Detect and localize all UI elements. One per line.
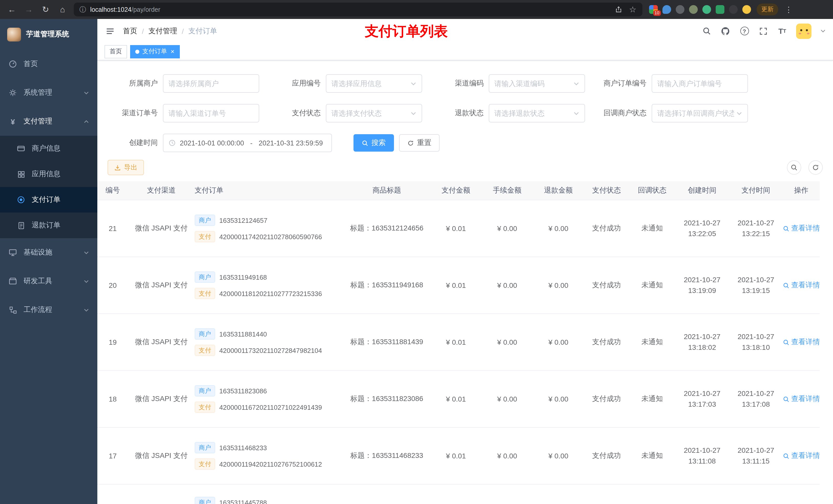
merchant-input[interactable] [163, 74, 259, 93]
view-detail-link[interactable]: 查看详情 [783, 394, 820, 404]
refresh-icon[interactable] [808, 160, 823, 175]
tab-pay-order[interactable]: 支付订单 × [130, 45, 180, 58]
target-icon [16, 196, 26, 204]
bookmark-star-icon[interactable]: ☆ [628, 5, 637, 14]
dashboard-icon [8, 60, 18, 68]
pay-status-select[interactable] [326, 104, 422, 122]
merchant-input-field[interactable] [169, 79, 254, 88]
avatar-dropdown-icon[interactable] [820, 28, 826, 34]
extension-icon[interactable] [742, 5, 751, 14]
app-no-select[interactable] [326, 74, 422, 93]
browser-menu-icon[interactable]: ⋮ [784, 5, 793, 14]
cell-paid: 2021-10-2713:19:15 [729, 274, 783, 296]
cell-created: 2021-10-2713:18:02 [675, 331, 729, 353]
cell-refund: ¥ 0.00 [533, 224, 584, 233]
cell-notify: 未通知 [629, 394, 675, 404]
toggle-search-icon[interactable] [787, 160, 801, 175]
date-separator: - [248, 139, 255, 147]
view-detail-link[interactable]: 查看详情 [783, 338, 820, 347]
help-icon[interactable]: ? [739, 26, 749, 36]
extension-icon[interactable] [662, 5, 671, 14]
forward-icon[interactable]: → [23, 4, 34, 15]
sidebar-item-workflow[interactable]: 工作流程 [0, 295, 97, 324]
cell-title: 标题：1635311881439 [343, 338, 430, 347]
breadcrumb-payment[interactable]: 支付管理 [148, 26, 177, 35]
merchant-tag: 商户 [195, 328, 215, 340]
table-row: 20 微信 JSAPI 支付 商户 1635311949168 支付 42000… [97, 257, 820, 314]
user-avatar[interactable] [796, 23, 811, 39]
search-icon[interactable] [701, 26, 712, 36]
channel-code-select-field[interactable] [494, 79, 571, 88]
sidebar-item-home[interactable]: 首页 [0, 50, 97, 78]
cell-title: 标题：1635312124656 [343, 224, 430, 233]
filter-label: 创建时间 [108, 138, 163, 147]
extension-icon[interactable] [716, 5, 724, 14]
font-size-icon[interactable]: TT [777, 26, 787, 36]
notify-status-select-field[interactable] [657, 109, 734, 117]
back-icon[interactable]: ← [6, 4, 18, 15]
extension-icon[interactable] [703, 5, 711, 14]
search-button[interactable]: 搜索 [354, 134, 394, 152]
refund-status-select[interactable] [489, 104, 585, 122]
create-time-range-picker[interactable]: 2021-10-01 00:00:00 - 2021-10-31 23:59:5… [163, 134, 332, 152]
breadcrumb-home[interactable]: 首页 [123, 26, 137, 35]
cell-refund: ¥ 0.00 [533, 338, 584, 346]
channel-order-no-input[interactable] [163, 104, 259, 122]
grid-icon [16, 170, 26, 178]
view-detail-link[interactable]: 查看详情 [783, 281, 820, 290]
fullscreen-icon[interactable] [758, 26, 768, 36]
view-detail-link[interactable]: 查看详情 [783, 451, 820, 460]
sidebar-item-pay-order[interactable]: 支付订单 [0, 187, 97, 213]
merchant-order-no-input[interactable] [652, 74, 748, 93]
filter-field-merchant: 所属商户 [108, 74, 259, 93]
reset-button[interactable]: 重置 [399, 134, 439, 152]
channel-order-no-input-field[interactable] [169, 109, 254, 117]
pay-status-select-field[interactable] [331, 109, 408, 117]
channel-code-select[interactable] [489, 74, 585, 93]
cell-id: 21 [97, 224, 133, 233]
refund-status-select-field[interactable] [494, 109, 571, 117]
extensions-area: 10 [649, 5, 751, 14]
cell-id: 18 [97, 395, 133, 403]
site-info-icon[interactable]: ⓘ [79, 5, 86, 14]
sidebar-item-refund-order[interactable]: 退款订单 [0, 213, 97, 238]
merchant-order-no: 1635311823086 [219, 387, 267, 394]
filter-field-notify-status: 回调商户状态 [596, 104, 748, 122]
active-dot-icon [135, 49, 139, 53]
sidebar-item-app-info[interactable]: 应用信息 [0, 161, 97, 187]
sidebar-item-dev-tools[interactable]: 研发工具 [0, 267, 97, 295]
page-content: 所属商户 应用编号 渠道编码 [97, 61, 833, 504]
sidebar-item-infrastructure[interactable]: 基础设施 [0, 238, 97, 267]
filter-row-2: 渠道订单号 支付状态 退款状态 [108, 98, 823, 128]
extension-icon[interactable] [689, 5, 698, 14]
hamburger-icon[interactable] [104, 25, 116, 37]
logo-image [7, 27, 21, 41]
extension-icon[interactable]: 10 [649, 5, 658, 14]
app-no-select-field[interactable] [331, 79, 408, 88]
tab-home[interactable]: 首页 [104, 45, 127, 58]
github-icon[interactable] [720, 26, 731, 36]
col-paid: 支付时间 [729, 186, 783, 195]
sidebar-item-system[interactable]: 系统管理 [0, 78, 97, 107]
sidebar-item-payment[interactable]: ¥ 支付管理 [0, 107, 97, 136]
filter-label: 支付状态 [270, 109, 326, 118]
url-bar[interactable]: ⓘ localhost:1024/pay/order ☆ [74, 3, 642, 16]
close-icon[interactable]: × [171, 48, 174, 55]
col-actions: 操作 [783, 186, 820, 195]
merchant-order-no-input-field[interactable] [657, 79, 742, 88]
extension-icon[interactable] [676, 5, 685, 14]
reload-icon[interactable]: ↻ [40, 4, 51, 15]
merchant-tag: 商户 [195, 271, 215, 283]
home-icon[interactable]: ⌂ [57, 4, 68, 15]
extension-icon[interactable] [729, 5, 738, 14]
export-button[interactable]: 导出 [108, 160, 144, 175]
page-title: 支付订单列表 [365, 22, 448, 40]
notify-status-select[interactable] [652, 104, 748, 122]
sidebar-item-merchant-info[interactable]: 商户信息 [0, 136, 97, 161]
cell-channel: 微信 JSAPI 支付 [133, 338, 190, 347]
chrome-update-button[interactable]: 更新 [757, 4, 778, 15]
cell-id: 19 [97, 338, 133, 346]
share-icon[interactable] [614, 5, 622, 14]
view-detail-link[interactable]: 查看详情 [783, 224, 820, 233]
url-text: localhost:1024/pay/order [90, 6, 160, 13]
